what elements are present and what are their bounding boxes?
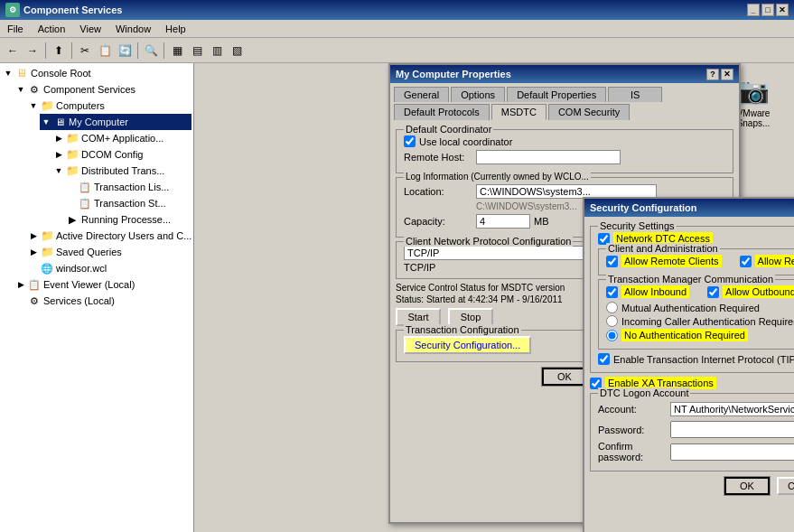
sidebar-item-event-viewer[interactable]: ▶ 📋 Event Viewer (Local) xyxy=(14,276,191,293)
remote-host-input[interactable] xyxy=(476,150,621,164)
stop-button[interactable]: Stop xyxy=(448,308,493,326)
menu-action[interactable]: Action xyxy=(34,23,70,35)
windsor-label: windsor.wcl xyxy=(56,263,107,274)
sidebar-item-services[interactable]: ⚙ Services (Local) xyxy=(14,293,191,309)
view3-button[interactable]: ▥ xyxy=(208,42,226,60)
tab-default-properties[interactable]: Default Properties xyxy=(507,87,606,102)
sidebar-item-transaction-list[interactable]: 📋 Transaction Lis... xyxy=(65,179,191,195)
up-button[interactable]: ⬆ xyxy=(50,42,68,60)
sidebar: ▼ 🖥 Console Root ▼ ⚙ Component Services … xyxy=(0,63,194,532)
allow-outbound-label: Allow Outbound xyxy=(723,285,794,298)
trans-manager-group: Transaction Manager Communication Allow … xyxy=(598,279,794,350)
minimize-button[interactable]: _ xyxy=(747,4,760,16)
allow-inbound-check[interactable] xyxy=(606,286,618,298)
allow-remote-admin-check[interactable] xyxy=(740,256,752,267)
account-input[interactable] xyxy=(670,402,794,416)
menu-file[interactable]: File xyxy=(4,23,27,35)
refresh-button[interactable]: 🔄 xyxy=(116,42,134,60)
tab-general[interactable]: General xyxy=(394,87,449,102)
password-input[interactable] xyxy=(670,421,794,438)
client-network-input[interactable] xyxy=(404,246,584,260)
tab-options[interactable]: Options xyxy=(451,87,505,102)
sidebar-item-distributed-trans[interactable]: ▼ 📁 Distributed Trans... xyxy=(52,163,191,179)
toolbar-separator-4 xyxy=(163,42,164,59)
ad-icon: 📁 xyxy=(40,229,54,243)
view1-button[interactable]: ▦ xyxy=(168,42,186,60)
account-row: Account: Browse xyxy=(598,400,794,418)
view2-button[interactable]: ▤ xyxy=(188,42,206,60)
allow-outbound-check[interactable] xyxy=(707,286,719,298)
sidebar-item-component-services[interactable]: ▼ ⚙ Component Services xyxy=(14,81,191,98)
sidebar-item-active-directory[interactable]: ▶ 📁 Active Directory Users and C... xyxy=(27,228,191,244)
sidebar-item-dcom-config[interactable]: ▶ 📁 DCOM Config xyxy=(52,146,191,163)
delete-button[interactable]: ✂ xyxy=(76,42,94,60)
sc-ok-button[interactable]: OK xyxy=(724,477,770,495)
no-auth-label: No Authentication Required xyxy=(621,329,748,341)
app-icon: ⚙ xyxy=(5,3,20,17)
sidebar-item-computers[interactable]: ▼ 📁 Computers xyxy=(27,98,191,114)
close-button[interactable]: ✕ xyxy=(776,4,789,16)
back-button[interactable]: ← xyxy=(4,42,22,60)
mcp-title: My Computer Properties xyxy=(396,69,511,79)
expand-icon: ▶ xyxy=(27,229,40,242)
log-info-title: Log Information (Currently owned by WCLO… xyxy=(404,172,591,182)
expand-icon: ▼ xyxy=(14,83,27,96)
tab-default-protocols[interactable]: Default Protocols xyxy=(394,104,490,120)
menu-window[interactable]: Window xyxy=(112,23,154,35)
tab-msdtc[interactable]: MSDTC xyxy=(491,104,546,120)
allow-inbound-row: Allow Inbound xyxy=(606,285,689,298)
forward-button[interactable]: → xyxy=(23,42,42,60)
sidebar-item-com-plus[interactable]: ▶ 📁 COM+ Applicatio... xyxy=(52,130,191,146)
sidebar-item-console-root[interactable]: ▼ 🖥 Console Root xyxy=(2,65,191,81)
sidebar-item-my-computer[interactable]: ▼ 🖥 My Computer xyxy=(40,114,191,130)
sidebar-item-windsor[interactable]: 🌐 windsor.wcl xyxy=(27,260,191,276)
sc-cancel-button[interactable]: Cancel xyxy=(777,477,794,495)
computers-label: Computers xyxy=(56,100,105,111)
mcp-close-button[interactable]: ✕ xyxy=(721,69,733,80)
event-viewer-label: Event Viewer (Local) xyxy=(43,279,135,290)
copy-button[interactable]: 📋 xyxy=(96,42,114,60)
sidebar-item-running-processes[interactable]: ▶ Running Processe... xyxy=(52,211,191,228)
search-button[interactable]: 🔍 xyxy=(142,42,160,60)
expand-icon: ▶ xyxy=(14,278,27,291)
menu-help[interactable]: Help xyxy=(162,23,190,35)
allow-remote-clients-check[interactable] xyxy=(606,256,618,267)
main-layout: ▼ 🖥 Console Root ▼ ⚙ Component Services … xyxy=(0,63,794,532)
view4-button[interactable]: ▧ xyxy=(228,42,246,60)
dtc-logon-title: DTC Logon Account xyxy=(598,387,690,398)
no-auth-radio[interactable] xyxy=(606,330,618,341)
running-icon: ▶ xyxy=(65,212,79,227)
start-button[interactable]: Start xyxy=(396,308,441,326)
mcp-help-button[interactable]: ? xyxy=(706,69,719,80)
use-local-coordinator-check[interactable] xyxy=(404,135,416,147)
sidebar-item-saved-queries[interactable]: ▶ 📁 Saved Queries xyxy=(27,244,191,260)
enable-tip-row: Enable Transaction Internet Protocol (TI… xyxy=(598,353,794,365)
title-controls: _ □ ✕ xyxy=(747,4,789,16)
saved-queries-label: Saved Queries xyxy=(56,247,122,257)
mcp-ok-button[interactable]: OK xyxy=(542,368,587,386)
transaction-config-title: Transaction Configuration xyxy=(404,324,521,335)
capacity-input[interactable] xyxy=(476,214,530,229)
confirm-password-input[interactable] xyxy=(670,443,794,461)
capacity-label: Capacity: xyxy=(404,216,476,227)
mcp-title-bar: My Computer Properties ? ✕ xyxy=(390,65,739,83)
menu-bar: File Action View Window Help xyxy=(0,20,794,38)
expand-icon: ▼ xyxy=(52,164,65,177)
security-configuration-button[interactable]: Security Configuration... xyxy=(404,336,531,354)
remote-host-label: Remote Host: xyxy=(404,152,476,163)
maximize-button[interactable]: □ xyxy=(761,4,774,16)
incoming-caller-radio[interactable] xyxy=(606,315,618,327)
dcom-label: DCOM Config xyxy=(81,149,143,160)
trans-inbound-outbound: Allow Inbound Allow Outbound xyxy=(606,284,794,300)
tab-is[interactable]: IS xyxy=(608,87,662,102)
mutual-auth-radio[interactable] xyxy=(606,302,618,313)
component-services-label: Component Services xyxy=(43,84,135,95)
menu-view[interactable]: View xyxy=(76,23,105,35)
expand-icon xyxy=(65,181,78,193)
expand-icon: ▼ xyxy=(27,99,40,112)
enable-tip-check[interactable] xyxy=(598,353,610,365)
services-icon: ⚙ xyxy=(27,294,42,308)
sidebar-item-transaction-stats[interactable]: 📋 Transaction St... xyxy=(65,195,191,211)
client-admin-title: Client and Administration xyxy=(606,243,720,254)
tab-com-security[interactable]: COM Security xyxy=(548,104,630,120)
